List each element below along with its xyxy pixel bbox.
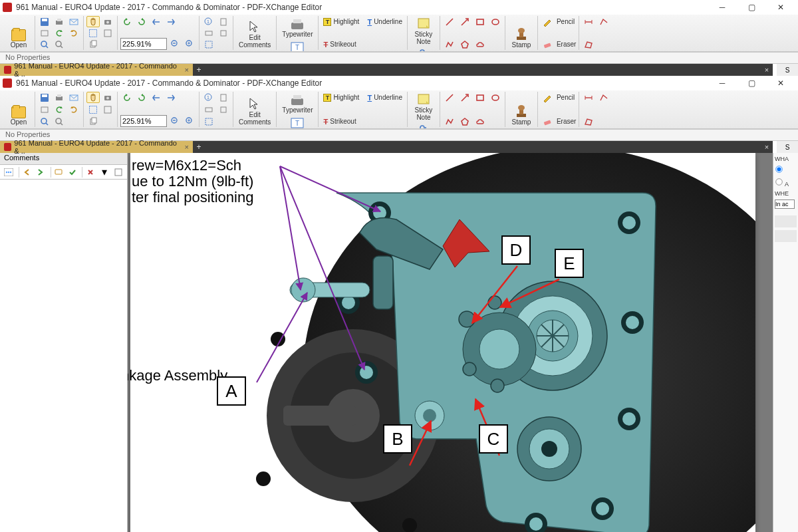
zoom-input[interactable] <box>120 38 167 50</box>
minimize-button[interactable]: ─ <box>708 76 737 90</box>
search-icon[interactable] <box>38 39 51 50</box>
side-tab[interactable]: S <box>773 141 798 153</box>
redo-icon[interactable] <box>67 104 80 115</box>
side-tab[interactable]: S <box>773 64 798 76</box>
rotate-left-icon[interactable] <box>120 16 134 27</box>
zoom-out-icon[interactable] <box>168 39 182 50</box>
maximize-button[interactable]: ▢ <box>737 76 766 90</box>
hand-tool-icon[interactable] <box>86 92 100 103</box>
copy-icon[interactable] <box>86 116 100 127</box>
edit-comments-button[interactable]: Edit Comments <box>236 92 273 127</box>
prev-comment-icon[interactable] <box>21 166 33 178</box>
find-icon[interactable] <box>53 116 66 127</box>
highlight-button[interactable]: THighlight <box>321 92 361 103</box>
open-button[interactable]: Open <box>5 16 32 50</box>
delete-icon[interactable] <box>84 166 96 178</box>
underline-button[interactable]: TUnderline <box>365 92 404 103</box>
scan-icon[interactable] <box>38 27 51 39</box>
eraser-icon[interactable] <box>541 116 554 127</box>
fit-visible-icon[interactable] <box>217 27 230 39</box>
pencil-icon[interactable] <box>541 92 554 103</box>
add-tab-button[interactable]: + <box>193 141 205 153</box>
fit-page-icon[interactable] <box>217 16 230 27</box>
fit-width-icon[interactable] <box>202 104 215 115</box>
find-icon[interactable] <box>53 39 66 50</box>
snapshot-icon[interactable] <box>101 16 114 27</box>
cloud-icon[interactable] <box>473 116 487 127</box>
arrow-icon[interactable] <box>458 92 471 103</box>
radio-option[interactable]: A <box>775 178 797 188</box>
strikeout-button[interactable]: TStrikeout <box>321 39 358 50</box>
oval-icon[interactable] <box>489 16 502 27</box>
area-icon[interactable] <box>582 116 595 127</box>
next-view-icon[interactable] <box>164 92 178 103</box>
text-box-button[interactable]: T Text Box <box>279 39 315 52</box>
fit-width-icon[interactable] <box>202 27 215 39</box>
oval-icon[interactable] <box>489 92 502 103</box>
attach-file-button[interactable]: Attach File <box>410 122 437 129</box>
chevron-down-icon[interactable]: ▾ <box>98 166 110 178</box>
select-icon[interactable] <box>86 104 100 115</box>
polyline-icon[interactable] <box>443 116 456 127</box>
polygon-icon[interactable] <box>458 116 471 127</box>
pencil-icon[interactable] <box>541 16 554 27</box>
document-tab[interactable]: 961 Manual - EURO4 Update - 2017 - Comma… <box>0 64 193 76</box>
selection-icon[interactable] <box>101 104 114 115</box>
options-icon[interactable] <box>3 166 15 178</box>
sticky-note-button[interactable]: Sticky Note <box>410 92 437 122</box>
scan-icon[interactable] <box>38 104 51 115</box>
distance-icon[interactable] <box>582 92 595 103</box>
selection-icon[interactable] <box>101 27 114 39</box>
line-icon[interactable] <box>443 92 456 103</box>
select-icon[interactable] <box>86 27 100 39</box>
hand-tool-icon[interactable] <box>86 16 100 27</box>
add-tab-button[interactable]: + <box>193 64 205 76</box>
redo-icon[interactable] <box>67 27 80 39</box>
save-icon[interactable] <box>38 92 51 103</box>
next-view-icon[interactable] <box>164 16 178 27</box>
undo-icon[interactable] <box>53 27 66 39</box>
eraser-icon[interactable] <box>541 39 554 50</box>
distance-icon[interactable] <box>582 16 595 27</box>
print-icon[interactable] <box>53 92 66 103</box>
rotate-right-icon[interactable] <box>135 16 148 27</box>
maximize-button[interactable]: ▢ <box>737 0 766 15</box>
highlight-button[interactable]: THighlight <box>321 16 361 27</box>
undo-icon[interactable] <box>53 104 66 115</box>
rotate-right-icon[interactable] <box>135 92 148 103</box>
zoom-out-icon[interactable] <box>168 116 182 127</box>
tab-close-all-button[interactable]: × <box>761 64 773 76</box>
line-icon[interactable] <box>443 16 456 27</box>
add-reply-icon[interactable] <box>53 166 65 178</box>
typewriter-button[interactable]: Typewriter <box>279 16 315 39</box>
email-icon[interactable] <box>67 16 80 27</box>
text-box-button[interactable]: T Text Box <box>279 115 315 129</box>
where-input[interactable] <box>775 200 795 209</box>
underline-button[interactable]: TUnderline <box>365 16 404 27</box>
sticky-note-button[interactable]: Sticky Note <box>410 16 437 47</box>
close-button[interactable]: ✕ <box>766 76 795 90</box>
polyline-icon[interactable] <box>443 39 456 50</box>
snapshot-icon[interactable] <box>101 92 114 103</box>
tab-close-all-button[interactable]: × <box>761 141 773 153</box>
open-button[interactable]: Open <box>5 92 32 127</box>
zoom-in-icon[interactable] <box>183 116 196 127</box>
check-icon[interactable] <box>66 166 78 178</box>
expand-icon[interactable] <box>112 166 124 178</box>
fit-visible-icon[interactable] <box>217 104 230 115</box>
stamp-button[interactable]: Stamp <box>508 16 535 50</box>
perimeter-icon[interactable] <box>597 92 610 103</box>
area-icon[interactable] <box>582 39 595 50</box>
edit-comments-button[interactable]: Edit Comments <box>236 16 273 50</box>
polygon-icon[interactable] <box>458 39 471 50</box>
zoom-selection-icon[interactable] <box>202 39 215 50</box>
typewriter-button[interactable]: Typewriter <box>279 92 315 115</box>
email-icon[interactable] <box>67 92 80 103</box>
rotate-left-icon[interactable] <box>120 92 134 103</box>
document-tab[interactable]: 961 Manual - EURO4 Update - 2017 - Comma… <box>0 141 193 153</box>
save-icon[interactable] <box>38 16 51 27</box>
zoom-in-icon[interactable] <box>183 39 196 50</box>
zoom-actual-icon[interactable]: 1 <box>202 16 215 27</box>
perimeter-icon[interactable] <box>597 16 610 27</box>
attach-file-button[interactable]: Attach File <box>410 47 437 52</box>
